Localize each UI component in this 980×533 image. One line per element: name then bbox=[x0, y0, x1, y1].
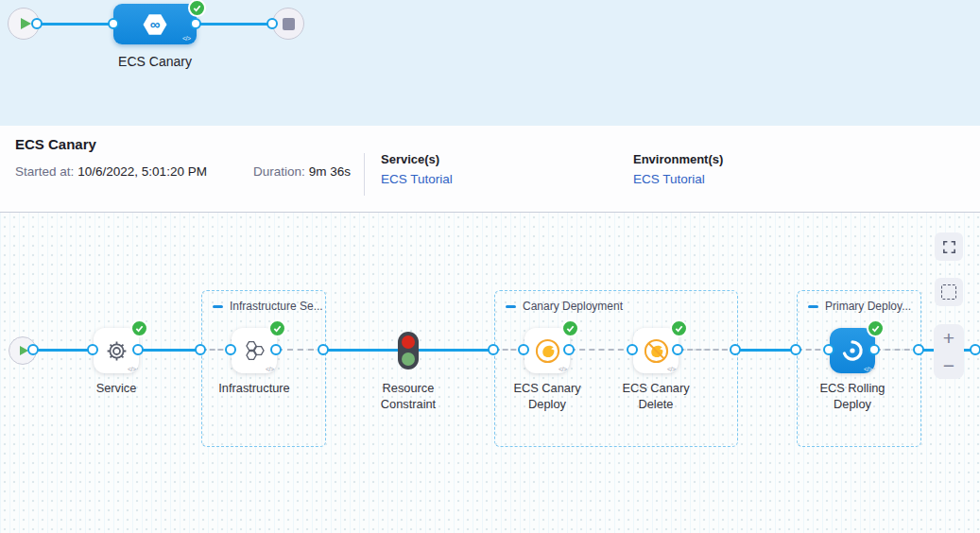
services-header: Service(s) bbox=[381, 152, 439, 166]
connector-dot bbox=[868, 344, 880, 355]
connector-dot bbox=[266, 18, 278, 29]
edge-line bbox=[139, 349, 201, 352]
edge-line bbox=[37, 23, 115, 26]
resource-constraint-icon[interactable] bbox=[398, 332, 419, 370]
group-label: Infrastructure Se... bbox=[230, 300, 323, 313]
zoom-controls: + − bbox=[934, 324, 964, 379]
connector-dot bbox=[132, 344, 144, 355]
reset-selection-button[interactable] bbox=[935, 278, 963, 306]
collapse-minus-icon[interactable] bbox=[506, 305, 516, 308]
marquee-select-icon bbox=[941, 284, 956, 300]
connector-dot bbox=[790, 344, 801, 355]
green-light bbox=[402, 352, 415, 366]
divider bbox=[364, 153, 365, 196]
collapse-minus-icon[interactable] bbox=[808, 305, 818, 308]
group-header: Infrastructure Se... bbox=[213, 300, 323, 313]
step-label: Infrastructure bbox=[207, 380, 301, 396]
connector-dot bbox=[225, 344, 236, 355]
step-label: Resource Constraint bbox=[361, 380, 456, 412]
edge-line bbox=[419, 349, 494, 352]
duration-label: Duration: bbox=[253, 164, 305, 179]
environment-link[interactable]: ECS Tutorial bbox=[633, 172, 705, 186]
ecs-rolling-icon bbox=[840, 338, 865, 363]
connector-dot bbox=[627, 344, 638, 355]
stage-execution-canvas[interactable]: Infrastructure Se... Canary Deployment P… bbox=[0, 213, 980, 533]
step-label: Service bbox=[69, 380, 163, 396]
fullscreen-icon bbox=[941, 239, 957, 255]
connector-dot bbox=[87, 344, 98, 355]
connector-dot bbox=[518, 344, 529, 355]
code-icon: </> bbox=[864, 366, 872, 372]
code-icon: </> bbox=[667, 366, 676, 372]
connector-dot bbox=[672, 344, 683, 355]
stage-label: ECS Canary bbox=[104, 54, 206, 69]
gear-icon bbox=[104, 338, 129, 364]
collapse-minus-icon[interactable] bbox=[213, 305, 223, 308]
fullscreen-button[interactable] bbox=[935, 232, 963, 261]
step-label: ECS Canary Deploy bbox=[500, 380, 594, 412]
connector-dot bbox=[488, 344, 499, 355]
connector-dot bbox=[108, 18, 119, 29]
success-check-icon bbox=[268, 319, 286, 337]
play-icon bbox=[21, 18, 31, 29]
success-check-icon bbox=[130, 319, 148, 337]
group-header: Canary Deployment bbox=[506, 300, 623, 313]
code-icon: </> bbox=[128, 366, 136, 372]
step-label: ECS Rolling Deploy bbox=[805, 380, 900, 412]
canary-deploy-icon bbox=[535, 338, 560, 364]
red-light bbox=[402, 335, 415, 349]
hexagons-icon bbox=[240, 336, 268, 365]
success-check-icon bbox=[188, 0, 206, 17]
canary-delete-icon bbox=[644, 338, 669, 364]
infinity-icon: ∞ bbox=[141, 10, 169, 39]
duration-value: 9m 36s bbox=[309, 164, 351, 179]
started-label: Started at: bbox=[15, 164, 74, 179]
environments-header: Environment(s) bbox=[633, 152, 723, 166]
edge-line bbox=[195, 23, 274, 26]
success-check-icon bbox=[561, 319, 579, 337]
service-link[interactable]: ECS Tutorial bbox=[381, 172, 453, 186]
edge-line-dashed bbox=[570, 349, 633, 351]
code-icon: </> bbox=[182, 35, 191, 42]
zoom-in-button[interactable]: + bbox=[934, 324, 964, 352]
connector-dot bbox=[730, 344, 741, 355]
success-check-icon bbox=[670, 319, 688, 337]
deployment-stage-icon: ∞ bbox=[141, 10, 169, 39]
duration: Duration:9m 36s bbox=[253, 164, 351, 179]
group-header: Primary Deploy... bbox=[808, 300, 911, 313]
zoom-out-button[interactable]: − bbox=[934, 352, 964, 379]
edge-line-dashed bbox=[679, 349, 736, 351]
execution-mini-graph: ∞ </> ECS Canary bbox=[0, 0, 980, 126]
started-value: 10/6/2022, 5:01:20 PM bbox=[77, 164, 207, 179]
success-check-icon bbox=[867, 319, 885, 337]
pipeline-title: ECS Canary bbox=[15, 136, 96, 152]
connector-dot bbox=[318, 344, 329, 355]
group-label: Primary Deploy... bbox=[825, 300, 911, 313]
connector-dot bbox=[27, 344, 39, 355]
code-icon: </> bbox=[266, 366, 274, 372]
stop-icon bbox=[283, 18, 295, 30]
started-at: Started at:10/6/2022, 5:01:20 PM bbox=[15, 164, 207, 179]
connector-dot bbox=[970, 344, 980, 355]
connector-dot bbox=[190, 18, 201, 29]
edge-line bbox=[34, 349, 94, 352]
execution-summary-bar: ECS Canary Started at:10/6/2022, 5:01:20… bbox=[0, 126, 980, 213]
connector-dot bbox=[563, 344, 575, 355]
edge-line bbox=[736, 349, 797, 352]
connector-dot bbox=[195, 344, 206, 355]
group-label: Canary Deployment bbox=[523, 300, 623, 313]
connector-dot bbox=[823, 344, 834, 355]
step-label: ECS Canary Delete bbox=[609, 380, 703, 412]
code-icon: </> bbox=[559, 366, 567, 372]
connector-dot bbox=[913, 344, 924, 355]
connector-dot bbox=[270, 344, 282, 355]
connector-dot bbox=[31, 18, 43, 29]
edge-line bbox=[324, 349, 398, 352]
